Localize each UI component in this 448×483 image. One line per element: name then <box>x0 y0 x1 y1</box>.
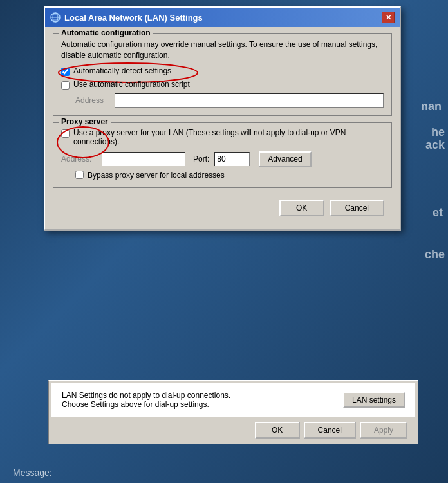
address-label: Address <box>75 96 111 105</box>
auto-detect-label[interactable]: Automatically detect settings <box>73 66 171 75</box>
dialog-title: Local Area Network (LAN) Settings <box>64 13 203 23</box>
message-label: Message: <box>13 468 52 478</box>
proxy-address-label: Address: <box>61 155 97 164</box>
proxy-legend: Proxy server <box>59 117 111 126</box>
bg-text-nan: nan <box>421 100 442 113</box>
close-button[interactable]: ✕ <box>382 12 395 23</box>
outer-desc-line1: LAN Settings do not apply to dial-up con… <box>62 391 230 400</box>
outer-apply-button[interactable]: Apply <box>360 422 407 439</box>
auto-detect-row: Automatically detect settings <box>61 66 384 76</box>
port-label: Port: <box>193 155 209 164</box>
globe-icon <box>50 12 61 23</box>
use-proxy-label[interactable]: Use a proxy server for your LAN (These s… <box>73 128 384 146</box>
bypass-row: Bypass proxy server for local addresses <box>75 171 384 180</box>
dialog-cancel-button[interactable]: Cancel <box>330 200 384 216</box>
outer-ok-button[interactable]: OK <box>255 422 300 439</box>
lan-settings-button[interactable]: LAN settings <box>343 392 405 408</box>
bypass-label[interactable]: Bypass proxy server for local addresses <box>88 171 225 180</box>
bg-text-he: he <box>431 126 445 139</box>
port-input[interactable] <box>214 152 250 166</box>
outer-desc-line2: Choose Settings above for dial-up settin… <box>62 400 230 409</box>
dialog-body: Automatic configuration Automatic config… <box>45 27 400 229</box>
dialog-ok-button[interactable]: OK <box>279 200 324 216</box>
bg-text-che: che <box>425 248 445 261</box>
auto-config-legend: Automatic configuration <box>59 28 153 37</box>
outer-window-desc: LAN Settings do not apply to dial-up con… <box>62 391 230 409</box>
outer-window-buttons: OK Cancel Apply <box>49 417 418 444</box>
dialog-titlebar: Local Area Network (LAN) Settings ✕ <box>45 8 400 27</box>
outer-window-content: LAN Settings do not apply to dial-up con… <box>51 383 415 417</box>
dialog-buttons: OK Cancel <box>53 194 392 223</box>
auto-config-description: Automatic configuration may override man… <box>61 39 384 61</box>
bg-text-ack: ack <box>425 138 445 152</box>
use-proxy-row: Use a proxy server for your LAN (These s… <box>61 128 384 146</box>
proxy-address-input[interactable] <box>102 152 185 166</box>
proxy-addr-row: Address: Port: Advanced <box>61 151 384 167</box>
proxy-section: Proxy server Use a proxy server for your… <box>53 122 392 188</box>
outer-window: LAN Settings do not apply to dial-up con… <box>48 380 418 444</box>
lan-settings-dialog: Local Area Network (LAN) Settings ✕ Auto… <box>44 6 401 231</box>
address-input[interactable] <box>115 93 384 108</box>
auto-script-label[interactable]: Use automatic configuration script <box>73 80 190 89</box>
auto-script-row: Use automatic configuration script <box>61 80 384 90</box>
dialog-title-left: Local Area Network (LAN) Settings <box>50 12 203 23</box>
bg-text-et: et <box>433 206 443 220</box>
auto-script-checkbox[interactable] <box>61 81 70 90</box>
bypass-checkbox[interactable] <box>75 171 84 179</box>
outer-cancel-button[interactable]: Cancel <box>304 422 356 439</box>
address-row: Address <box>75 93 384 108</box>
auto-config-section: Automatic configuration Automatic config… <box>53 33 392 116</box>
use-proxy-checkbox[interactable] <box>61 129 70 138</box>
auto-detect-checkbox[interactable] <box>61 68 70 76</box>
advanced-button[interactable]: Advanced <box>259 151 311 167</box>
